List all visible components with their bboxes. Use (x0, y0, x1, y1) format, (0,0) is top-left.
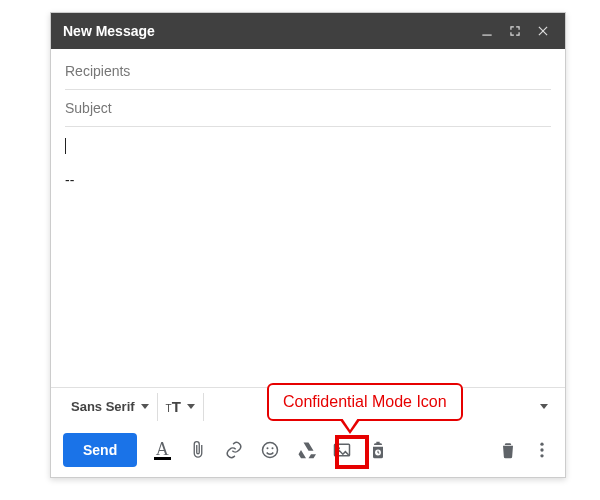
chevron-down-icon (141, 404, 149, 409)
discard-draft-button[interactable] (497, 439, 519, 461)
annotation-label: Confidential Mode Icon (283, 393, 447, 410)
chevron-down-icon (187, 404, 195, 409)
attach-file-button[interactable] (187, 439, 209, 461)
text-format-icon: A (154, 441, 171, 460)
font-family-selector[interactable]: Sans Serif (63, 393, 158, 421)
message-body[interactable]: -- (51, 127, 565, 387)
svg-point-5 (272, 447, 274, 449)
svg-point-7 (338, 447, 341, 450)
recipients-field[interactable]: Recipients (65, 53, 551, 90)
font-size-selector[interactable]: T T (158, 393, 204, 421)
chevron-down-icon (540, 404, 548, 409)
svg-point-9 (540, 443, 543, 446)
confidential-mode-button[interactable] (367, 439, 389, 461)
close-icon (536, 24, 550, 38)
svg-point-11 (540, 454, 543, 457)
annotation-callout: Confidential Mode Icon (267, 383, 463, 421)
insert-link-button[interactable] (223, 439, 245, 461)
more-options-button[interactable] (531, 439, 553, 461)
insert-emoji-button[interactable] (259, 439, 281, 461)
more-formatting-button[interactable] (529, 395, 553, 419)
svg-point-3 (263, 443, 278, 458)
insert-photo-button[interactable] (331, 439, 353, 461)
size-small-t-icon: T (166, 403, 172, 414)
minimize-button[interactable] (477, 21, 497, 41)
link-icon (224, 440, 244, 460)
fullscreen-button[interactable] (505, 21, 525, 41)
svg-point-4 (267, 447, 269, 449)
signature-separator: -- (65, 172, 551, 188)
title-text: New Message (63, 23, 155, 39)
more-vert-icon (532, 440, 552, 460)
text-format-button[interactable]: A (151, 439, 173, 461)
expand-icon (508, 24, 522, 38)
insert-drive-button[interactable] (295, 439, 317, 461)
font-name-label: Sans Serif (71, 399, 135, 414)
svg-rect-0 (482, 35, 491, 36)
subject-field[interactable]: Subject (65, 90, 551, 127)
close-button[interactable] (533, 21, 553, 41)
action-toolbar: Send A (51, 425, 565, 477)
annotation-callout-tail (340, 420, 360, 434)
trash-icon (498, 440, 518, 460)
confidential-mode-icon (368, 440, 388, 460)
titlebar: New Message (51, 13, 565, 49)
emoji-icon (260, 440, 280, 460)
drive-icon (296, 440, 316, 460)
image-icon (332, 440, 352, 460)
send-button[interactable]: Send (63, 433, 137, 467)
size-large-t-icon: T (172, 398, 181, 415)
paperclip-icon (188, 440, 208, 460)
body-cursor (65, 137, 551, 154)
header-fields: Recipients Subject (51, 49, 565, 127)
svg-point-10 (540, 448, 543, 451)
minimize-icon (480, 24, 494, 38)
